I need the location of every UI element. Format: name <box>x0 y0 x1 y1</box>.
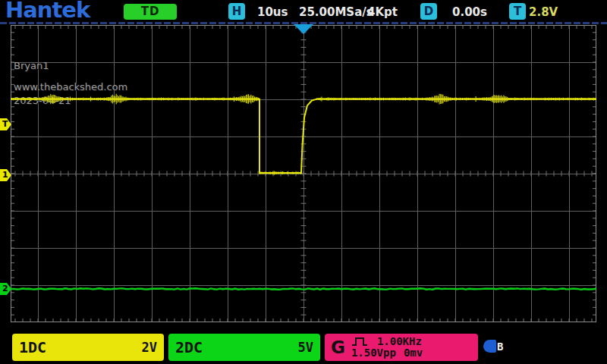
trigger-status-button[interactable]: TD <box>124 4 177 20</box>
trigger-position-icon[interactable] <box>294 24 313 34</box>
timebase-value: 10us <box>257 5 288 19</box>
ch2-coupling-label: 2DC <box>175 338 203 356</box>
memory-depth-value: 4Kpt <box>367 5 398 19</box>
generator-offset: 0mv <box>404 347 423 359</box>
usb-storage-indicator[interactable]: B <box>483 340 503 353</box>
ch1-coupling-label: 1DC <box>19 338 46 356</box>
trigger-level-marker[interactable]: T <box>0 118 11 130</box>
generator-frequency: 1.00KHz <box>377 336 422 347</box>
generator-settings-chip[interactable]: G 1.00KHz 1.50Vpp 0mv <box>325 334 478 361</box>
horizontal-offset-value: 0.00s <box>452 5 487 19</box>
ch1-scale-value: 2V <box>142 340 157 355</box>
delay-menu-icon[interactable]: D <box>420 3 437 20</box>
ch2-scale-value: 5V <box>298 340 313 355</box>
trigger-menu-icon[interactable]: T <box>509 3 526 20</box>
horizontal-menu-icon[interactable]: H <box>228 3 245 20</box>
usb-label: B <box>497 340 503 353</box>
waveform-traces <box>11 25 596 322</box>
ch2-settings-chip[interactable]: 2DC 5V <box>168 334 320 361</box>
ch1-settings-chip[interactable]: 1DC 2V <box>12 334 164 361</box>
oscilloscope-screen: Hantek TD H 10us 25.00MSa/s 4Kpt D 0.00s… <box>0 0 607 364</box>
hantek-logo: Hantek <box>5 0 90 23</box>
generator-amplitude: 1.50Vpp <box>351 347 396 359</box>
usb-icon <box>483 340 496 353</box>
trigger-level-value: 2.8V <box>529 5 558 19</box>
generator-label: G <box>331 337 345 357</box>
sample-rate-value: 25.00MSa/s <box>299 5 373 19</box>
square-wave-icon <box>351 337 370 347</box>
ch2-ground-marker[interactable]: 2 <box>0 283 11 295</box>
ch1-ground-marker[interactable]: 1 <box>0 169 11 181</box>
